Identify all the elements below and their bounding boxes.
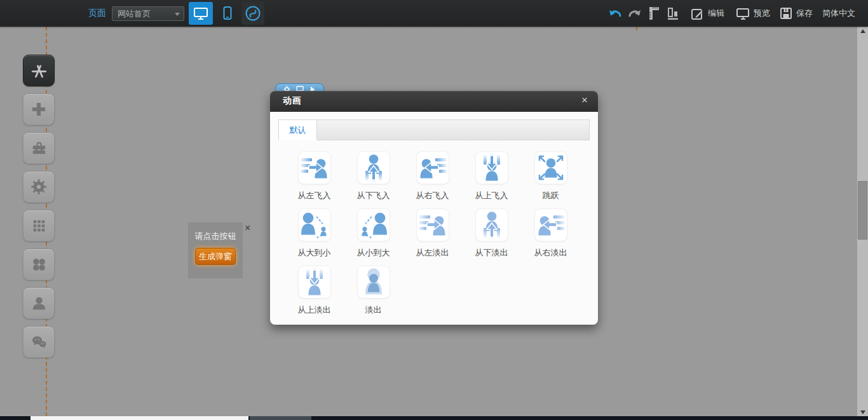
modal-tab-strip: 默认 xyxy=(278,119,590,140)
grid-icon xyxy=(31,217,48,234)
tab-default[interactable]: 默认 xyxy=(278,119,317,140)
sidebar-item-wechat[interactable] xyxy=(23,326,55,358)
undo-icon xyxy=(608,7,622,20)
settings-icon xyxy=(30,178,48,196)
stats-button[interactable] xyxy=(666,0,680,27)
redo-icon xyxy=(628,7,642,20)
animation-label: 从下淡出 xyxy=(475,247,508,259)
sidebar-item-toolbox[interactable] xyxy=(23,132,55,164)
modal-title: 动画 xyxy=(283,95,302,107)
sidebar-item-settings[interactable] xyxy=(23,171,55,203)
add-icon xyxy=(30,100,48,118)
animation-option[interactable]: 从下淡出 xyxy=(462,208,521,259)
animation-option[interactable]: 从左淡出 xyxy=(403,208,462,259)
toolbox-icon xyxy=(31,140,48,157)
animation-label: 跳跃 xyxy=(543,190,559,201)
app-market-icon xyxy=(31,62,48,79)
animation-option[interactable]: 从下飞入 xyxy=(344,151,403,201)
redo-button[interactable] xyxy=(628,0,642,27)
popup-trigger-widget: 请点击按钮 生成弹窗 xyxy=(188,222,243,278)
popup-trigger-text: 请点击按钮 xyxy=(188,231,243,242)
sidebar-item-app-market[interactable] xyxy=(23,55,55,86)
modal-header: 动画 × xyxy=(270,91,598,112)
sidebar-item-components[interactable] xyxy=(23,248,55,280)
clover-icon xyxy=(31,256,48,273)
sidebar-item-member[interactable] xyxy=(23,287,55,319)
animation-label: 从下飞入 xyxy=(357,190,390,201)
bottom-strip-light-segment xyxy=(31,416,248,420)
animation-label: 从上飞入 xyxy=(475,190,508,201)
fly-in-top-icon xyxy=(477,152,507,183)
animation-option[interactable]: 从右飞入 xyxy=(403,151,462,201)
animation-option[interactable]: 淡出 xyxy=(344,266,403,316)
animation-label: 淡出 xyxy=(365,304,382,316)
guide-line-vertical-short xyxy=(636,27,637,30)
animation-option[interactable]: 从大到小 xyxy=(285,208,344,259)
modal-body: 默认 从左飞入 从 xyxy=(270,112,598,325)
preview-monitor-icon xyxy=(736,6,750,21)
animation-option[interactable]: 从右淡出 xyxy=(521,208,580,259)
animation-label: 从大到小 xyxy=(298,247,331,259)
page-select-value: 网站首页 xyxy=(118,9,151,18)
vertical-scrollbar[interactable] xyxy=(857,27,868,416)
link-mode-button[interactable] xyxy=(241,2,264,25)
generate-popup-button[interactable]: 生成弹窗 xyxy=(195,248,236,265)
fade-out-left-icon xyxy=(417,210,448,240)
animation-label: 从右淡出 xyxy=(534,247,567,259)
edit-icon xyxy=(690,6,705,21)
language-switch[interactable]: 简体中文 xyxy=(822,0,855,27)
scroll-down-arrow[interactable] xyxy=(857,408,868,416)
animation-grid: 从左飞入 从下飞入 从右飞入 xyxy=(278,140,590,316)
fly-in-right-icon xyxy=(417,152,448,183)
fly-in-left-icon xyxy=(299,152,330,183)
sidebar-item-add[interactable] xyxy=(23,93,55,125)
save-icon xyxy=(779,6,793,20)
fade-out-icon xyxy=(358,267,389,297)
preview-button[interactable]: 预览 xyxy=(736,0,770,27)
animation-option[interactable]: 从左飞入 xyxy=(285,151,344,201)
scrollbar-thumb[interactable] xyxy=(858,181,867,240)
language-label: 简体中文 xyxy=(822,8,855,19)
animation-option[interactable]: 从上飞入 xyxy=(462,151,521,201)
bottom-strip xyxy=(0,416,868,420)
animation-label: 从左淡出 xyxy=(416,247,449,259)
modal-close-icon[interactable]: × xyxy=(581,95,588,107)
link-icon xyxy=(245,5,261,22)
fly-in-bottom-icon xyxy=(358,152,389,183)
top-toolbar: 页面 网站首页 编辑 预览 xyxy=(0,0,868,27)
jump-icon xyxy=(536,152,566,183)
edit-button[interactable]: 编辑 xyxy=(690,0,724,27)
sidebar-item-modules[interactable] xyxy=(23,210,55,241)
animation-option[interactable]: 从小到大 xyxy=(344,208,403,259)
fade-out-top-icon xyxy=(299,267,330,297)
mobile-view-button[interactable] xyxy=(217,2,238,25)
ruler-button[interactable] xyxy=(647,0,661,27)
animation-label: 从右飞入 xyxy=(416,190,449,201)
bottom-strip-gray-segment xyxy=(250,416,311,420)
user-icon xyxy=(31,295,48,312)
save-label: 保存 xyxy=(796,8,813,19)
animation-label: 从小到大 xyxy=(357,247,390,259)
animation-modal: 动画 × 默认 从左飞入 xyxy=(270,91,598,325)
edit-label: 编辑 xyxy=(708,8,724,19)
animation-option[interactable]: 跳跃 xyxy=(521,151,580,201)
animation-label: 从左飞入 xyxy=(298,190,331,201)
page-select-dropdown[interactable]: 网站首页 xyxy=(112,6,184,21)
widget-close-icon[interactable]: × xyxy=(245,223,250,233)
chevron-down-icon xyxy=(175,13,180,16)
editor-screen: 页面 网站首页 编辑 预览 xyxy=(0,0,868,420)
ruler-icon xyxy=(647,6,661,21)
undo-button[interactable] xyxy=(608,0,622,27)
mobile-icon xyxy=(220,6,235,21)
save-button[interactable]: 保存 xyxy=(779,0,813,27)
left-toolbar xyxy=(23,55,55,358)
stats-icon xyxy=(666,6,680,21)
preview-label: 预览 xyxy=(754,8,770,19)
desktop-view-button[interactable] xyxy=(189,2,213,25)
animation-option[interactable]: 从上淡出 xyxy=(285,266,344,316)
small-to-big-icon xyxy=(358,210,389,240)
wechat-icon xyxy=(31,334,48,351)
animation-label: 从上淡出 xyxy=(298,304,331,316)
desktop-icon xyxy=(193,6,208,21)
scroll-up-arrow[interactable] xyxy=(857,27,868,35)
